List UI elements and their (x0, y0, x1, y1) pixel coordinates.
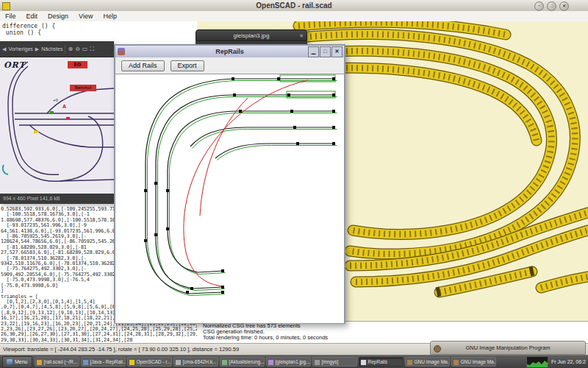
next-button[interactable]: Nächstes (41, 46, 62, 52)
gimp-app-icon (434, 345, 441, 353)
java-app-icon (118, 48, 125, 55)
openscad-app-icon (2, 2, 10, 10)
zoom-in-icon[interactable]: ⊕ (68, 46, 73, 52)
minimize-icon[interactable]: ▁ (308, 46, 319, 57)
reprails-window-title: RepRails (215, 48, 244, 55)
openscad-window-title: OpenSCAD - rail.scad (256, 1, 331, 10)
taskbar-window-button[interactable]: [Aktualisierung... (220, 357, 265, 367)
code-line: union () { (2, 29, 55, 36)
plan-nodes (144, 77, 335, 294)
console-line: Total rendering time: 0 hours, 0 minutes… (203, 335, 588, 341)
openscad-titlebar[interactable]: OpenSCAD - rail.scad − □ ✕ (0, 0, 588, 12)
menu-button-label: Menu (15, 359, 28, 364)
taskbar: Menu [rail.scad (~/R...[Java - RepRail..… (0, 355, 588, 368)
cpu-graph (526, 356, 548, 367)
menu-icon (7, 359, 12, 365)
image-viewer-statusbar: 994 x 460 Pixel 141,6 kB (0, 194, 114, 204)
export-button[interactable]: Export (171, 60, 204, 71)
fullscreen-icon[interactable]: ⛶ (90, 46, 94, 53)
taskbar-window-button[interactable]: [rail.scad (~/R... (35, 357, 79, 367)
zoom-fit-icon[interactable]: ▭ (82, 46, 88, 52)
image-viewer-window: ◀ Vorheriges ▶ Nächstes ⊕ ⊖ ▭ ⛶ ORT EG B… (0, 41, 114, 204)
toolbar-separator (65, 45, 65, 54)
plan-green-rails (148, 75, 337, 296)
viewport-status-text: Viewport: translate = [ -244.04 283.25 -… (3, 346, 239, 353)
openscad-menu-item[interactable]: Help (98, 13, 122, 20)
reprails-titlebar[interactable]: RepRails ▁ □ ✕ (115, 46, 344, 58)
openscad-console: Normalized CSG tree has 573 elementsCSG … (197, 321, 588, 343)
image-viewer-toolbar: ◀ Vorheriges ▶ Nächstes ⊕ ⊖ ▭ ⛶ (0, 41, 114, 57)
close-icon[interactable]: ✕ (559, 1, 569, 11)
scan-drawing (0, 57, 114, 194)
scan-label-eg: EG (68, 61, 87, 68)
taskbar-window-list: [rail.scad (~/R...[Java - RepRail...Open… (35, 357, 496, 367)
taskbar-window-button[interactable]: [gleisplan1.jpg... (266, 357, 311, 367)
scan-label-ort: ORT (4, 60, 26, 70)
openscad-menu-item[interactable]: Design (43, 13, 74, 20)
maximize-icon[interactable]: □ (320, 46, 331, 57)
scan-label-bahnhof: Bahnhof (70, 85, 96, 91)
scanned-track-plan: ORT EG Bahnhof +0 A (0, 57, 114, 194)
close-icon[interactable]: ✕ (299, 30, 304, 41)
gleisplan-window-title: gleisplan3.jpg (234, 32, 270, 39)
taskbar-window-button[interactable]: GNU Image Ma... (405, 357, 450, 367)
previous-icon[interactable]: ◀ (2, 46, 6, 52)
next-icon[interactable]: ▶ (35, 46, 39, 52)
maximize-icon[interactable]: □ (547, 1, 556, 11)
scan-label-a: A (62, 104, 66, 109)
minimize-icon[interactable]: − (534, 1, 544, 11)
close-icon[interactable]: ✕ (331, 46, 343, 57)
taskbar-window-button[interactable]: [cma-6542H.k... (173, 357, 218, 367)
code-line: 29,30,33],[30,34,33],[30,31,34],[31,24,3… (1, 338, 196, 343)
editor-code-top: difference () { union () { (2, 23, 55, 36)
openscad-menu-item[interactable]: View (74, 13, 98, 20)
previous-button[interactable]: Vorheriges (8, 46, 32, 52)
taskbar-window-button[interactable]: [Java - RepRail... (81, 357, 126, 367)
openscad-menu-item[interactable]: Edit (21, 13, 43, 20)
scan-label-plus0: +0 (53, 98, 58, 102)
taskbar-window-button[interactable]: [mngys] (312, 357, 357, 367)
gleisplan-titlebar[interactable]: gleisplan3.jpg ✕ (196, 29, 307, 41)
code-line: difference () { (2, 23, 55, 29)
taskbar-window-button[interactable]: OpenSCAD - r... (127, 357, 172, 367)
openscad-menu-item[interactable]: File (0, 13, 21, 20)
taskbar-clock: Fr Jun 22, 06:2 (551, 359, 586, 364)
track-plan-drawing (115, 74, 344, 323)
zoom-out-icon[interactable]: ⊖ (75, 46, 80, 52)
add-rails-button[interactable]: Add Rails (121, 60, 165, 71)
image-size-text: 994 x 460 Pixel 141,6 kB (3, 196, 60, 201)
reprails-toolbar: Add Rails Export (115, 57, 344, 74)
taskbar-window-button[interactable]: GNU Image Ma... (451, 357, 496, 367)
taskbar-window-button[interactable]: RepRails (359, 357, 404, 367)
reprails-canvas[interactable] (115, 74, 344, 323)
openscad-menubar: FileEditDesignViewHelp (0, 11, 588, 22)
gimp-titlebar[interactable]: GNU Image Manipulation Program (430, 341, 586, 355)
gimp-window-title: GNU Image Manipulation Program (465, 344, 550, 351)
taskbar-menu-button[interactable]: Menu (2, 356, 32, 368)
reprails-window: RepRails ▁ □ ✕ Add Rails Export (114, 44, 345, 324)
